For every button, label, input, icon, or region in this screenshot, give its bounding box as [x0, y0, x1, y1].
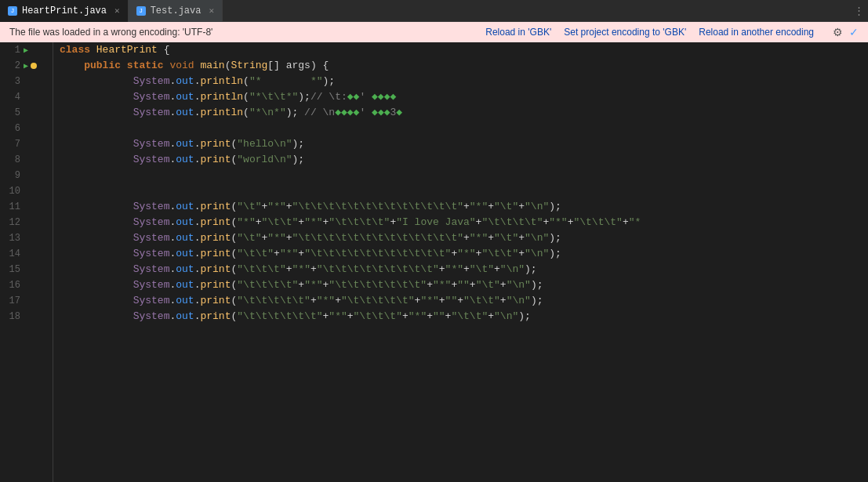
line-num-11: 11 [3, 201, 20, 212]
gutter-row-3: 3 [0, 74, 53, 89]
gutter-row-6: 6 [0, 121, 53, 136]
tab-heartprint[interactable]: J HeartPrint.java ✕ [0, 0, 129, 22]
code-line-6 [60, 121, 862, 136]
code-line-7: System.out.print("hello\n"); [60, 136, 862, 152]
code-line-11: System.out.print("\t"+"*"+"\t\t\t\t\t\t\… [60, 199, 862, 215]
line-num-6: 6 [3, 123, 20, 134]
line-num-7: 7 [3, 139, 20, 150]
tab-test-close[interactable]: ✕ [209, 5, 214, 16]
gutter-row-5: 5 [0, 105, 53, 121]
gutter-row-12: 12 [0, 215, 53, 230]
line-num-17: 17 [3, 295, 20, 306]
gutter-row-13: 13 [0, 230, 53, 246]
tab-bar: J HeartPrint.java ✕ J Test.java ✕ ⋮ [0, 0, 868, 22]
tab-heartprint-close[interactable]: ✕ [114, 5, 120, 16]
java-icon: J [8, 6, 17, 16]
tab-bar-menu[interactable]: ⋮ [849, 0, 868, 22]
warning-dot-2 [31, 63, 37, 69]
code-line-18: System.out.print("\t\t\t\t\t\t"+"*"+"\t\… [60, 309, 862, 324]
tab-heartprint-label: HeartPrint.java [22, 5, 107, 16]
code-line-14: System.out.print("\t\t"+"*"+"\t\t\t\t\t\… [60, 246, 862, 262]
tab-test-label: Test.java [151, 5, 202, 16]
line-num-3: 3 [3, 76, 20, 87]
code-area: 1 ▶ 2 ▶ 3 4 5 6 7 8 9 10 11 12 13 14 15 … [0, 42, 868, 482]
warning-banner: The file was loaded in a wrong encoding:… [0, 22, 868, 42]
code-line-5: System.out.println("*\n*"); // \n◆◆◆◆' ◆… [60, 105, 862, 121]
line-num-10: 10 [3, 186, 20, 197]
line-num-12: 12 [3, 217, 20, 228]
gutter-row-10: 10 [0, 183, 53, 199]
set-project-encoding-link[interactable]: Set project encoding to 'GBK' [564, 27, 686, 38]
line-num-8: 8 [3, 154, 20, 165]
gutter-row-7: 7 [0, 136, 53, 152]
gutter-row-2: 2 ▶ [0, 58, 53, 74]
gutter-row-18: 18 [0, 309, 53, 324]
code-line-12: System.out.print("*"+"\t\t"+"*"+"\t\t\t\… [60, 215, 862, 230]
run-icon-1[interactable]: ▶ [24, 45, 28, 55]
code-line-9 [60, 168, 862, 183]
gutter-row-14: 14 [0, 246, 53, 262]
code-line-16: System.out.print("\t\t\t\t"+"*"+"\t\t\t\… [60, 277, 862, 293]
reload-another-encoding-link[interactable]: Reload in another encoding [699, 27, 814, 38]
line-num-15: 15 [3, 264, 20, 275]
gutter-row-16: 16 [0, 277, 53, 293]
gutter-row-4: 4 [0, 89, 53, 105]
code-line-8: System.out.print("world\n"); [60, 152, 862, 168]
code-content[interactable]: class HeartPrint { public static void ma… [53, 42, 868, 482]
check-icon: ✓ [849, 26, 859, 38]
run-icon-2[interactable]: ▶ [24, 61, 28, 71]
gutter-row-9: 9 [0, 168, 53, 183]
gutter-row-15: 15 [0, 262, 53, 277]
gutter-row-17: 17 [0, 293, 53, 309]
java-icon-2: J [136, 6, 146, 16]
line-num-16: 16 [3, 280, 20, 291]
line-num-2: 2 [3, 60, 20, 71]
code-line-17: System.out.print("\t\t\t\t\t"+"*"+"\t\t\… [60, 293, 862, 309]
code-line-13: System.out.print("\t"+"*"+"\t\t\t\t\t\t\… [60, 230, 862, 246]
line-num-9: 9 [3, 170, 20, 181]
line-gutter: 1 ▶ 2 ▶ 3 4 5 6 7 8 9 10 11 12 13 14 15 … [0, 42, 53, 482]
reload-gbk-link[interactable]: Reload in 'GBK' [485, 27, 551, 38]
code-line-4: System.out.println("*\t\t*");// \t:◆◆' ◆… [60, 89, 862, 105]
line-num-18: 18 [3, 311, 20, 322]
line-num-14: 14 [3, 248, 20, 259]
gutter-row-11: 11 [0, 199, 53, 215]
settings-icon[interactable]: ⚙ [833, 26, 843, 38]
warning-text: The file was loaded in a wrong encoding:… [9, 27, 485, 38]
line-num-13: 13 [3, 233, 20, 244]
code-line-3: System.out.println("* *"); [60, 74, 862, 89]
code-line-15: System.out.print("\t\t\t"+"*"+"\t\t\t\t\… [60, 262, 862, 277]
line-num-4: 4 [3, 92, 20, 103]
code-line-1: class HeartPrint { [60, 42, 862, 58]
gutter-row-1: 1 ▶ [0, 42, 53, 58]
line-num-1: 1 [3, 45, 20, 56]
line-num-5: 5 [3, 107, 20, 118]
gutter-row-8: 8 [0, 152, 53, 168]
code-line-10 [60, 183, 862, 199]
code-line-2: public static void main(String[] args) { [60, 58, 862, 74]
warning-actions: Reload in 'GBK' Set project encoding to … [485, 26, 843, 38]
tab-test[interactable]: J Test.java ✕ [129, 0, 223, 22]
